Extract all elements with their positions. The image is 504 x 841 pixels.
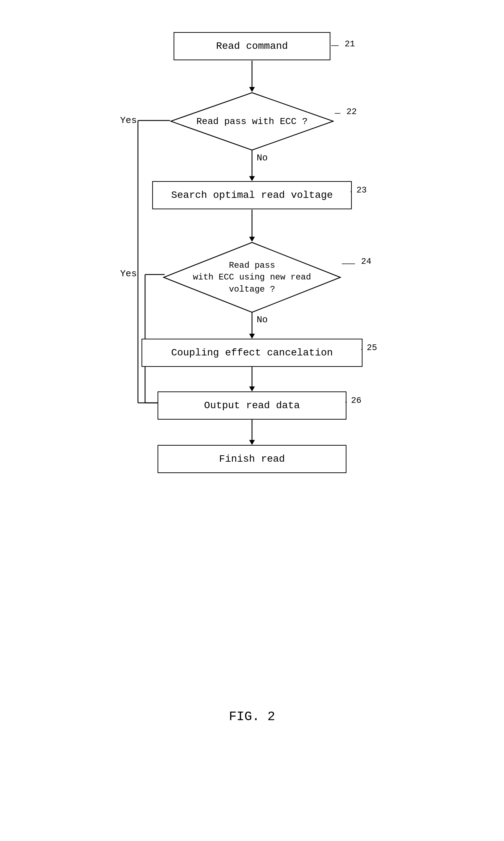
svg-marker-9 [249, 386, 255, 391]
figure-label: FIG. 2 [229, 709, 275, 724]
svg-marker-1 [249, 87, 255, 92]
coupling-label: Coupling effect cancelation [171, 347, 333, 358]
diamond1-wrapper: Read pass with ECC ? [170, 92, 334, 151]
svg-marker-7 [249, 334, 255, 339]
diamond1-no-label: No [257, 153, 268, 163]
read-command-box: Read command [174, 32, 330, 60]
diamond2-yes-label: Yes [120, 268, 137, 279]
finish-label: Finish read [219, 453, 285, 465]
ref-22: 22 [346, 107, 357, 117]
diamond2-text: Read passwith ECC using new readvoltage … [163, 242, 341, 313]
svg-marker-5 [249, 237, 255, 242]
read-command-label: Read command [216, 41, 288, 52]
svg-marker-3 [249, 176, 255, 181]
diamond1-text: Read pass with ECC ? [170, 92, 334, 151]
ref-21: 21 [345, 39, 355, 49]
search-box: Search optimal read voltage [152, 181, 352, 209]
ref-24: 24 [361, 257, 371, 266]
output-box: Output read data [158, 391, 346, 420]
diagram-container: Read command 21 Read pass with ECC ? 22 [0, 0, 504, 841]
diamond2-no-label: No [257, 314, 268, 325]
flowchart: Read command 21 Read pass with ECC ? 22 [109, 21, 395, 699]
coupling-box: Coupling effect cancelation [142, 339, 362, 367]
diamond2-wrapper: Read passwith ECC using new readvoltage … [163, 242, 341, 313]
ref-25: 25 [367, 343, 377, 353]
output-label: Output read data [204, 400, 300, 411]
diamond1-yes-label: Yes [120, 115, 137, 126]
ref-26: 26 [351, 396, 361, 405]
ref-23: 23 [356, 185, 367, 195]
search-label: Search optimal read voltage [171, 190, 333, 201]
finish-box: Finish read [158, 445, 346, 473]
svg-marker-11 [249, 440, 255, 445]
